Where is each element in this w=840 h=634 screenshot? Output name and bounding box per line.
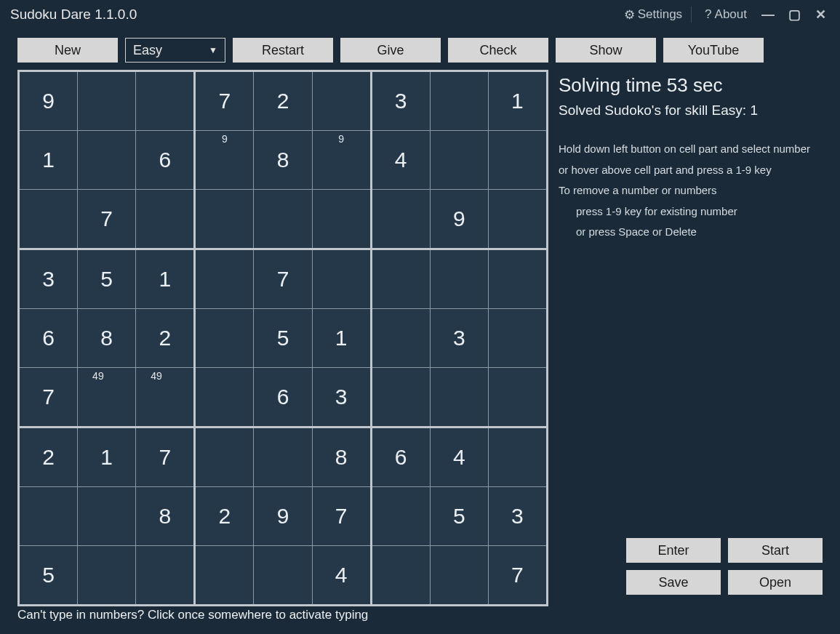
sudoku-cell[interactable] bbox=[313, 250, 370, 308]
sudoku-cell[interactable]: 7 bbox=[254, 250, 311, 308]
sudoku-cell[interactable]: 8 bbox=[254, 131, 311, 189]
sudoku-cell[interactable] bbox=[196, 368, 253, 426]
sudoku-cell[interactable]: 8 bbox=[313, 428, 370, 486]
sudoku-cell[interactable] bbox=[372, 487, 430, 545]
sudoku-cell[interactable] bbox=[489, 131, 546, 189]
youtube-button[interactable]: YouTube bbox=[663, 38, 764, 63]
sudoku-cell[interactable] bbox=[196, 428, 253, 486]
sudoku-cell[interactable] bbox=[372, 546, 430, 604]
sudoku-cell[interactable]: 9 bbox=[431, 190, 488, 248]
check-button[interactable]: Check bbox=[448, 38, 548, 63]
settings-button[interactable]: ⚙ Settings bbox=[620, 4, 687, 25]
sudoku-cell[interactable] bbox=[136, 190, 193, 248]
sudoku-cell[interactable] bbox=[372, 250, 430, 308]
cell-note: 9 bbox=[338, 134, 344, 144]
sudoku-cell[interactable] bbox=[372, 368, 430, 426]
sudoku-cell[interactable]: 5 bbox=[20, 546, 77, 604]
sudoku-cell[interactable]: 49 bbox=[136, 368, 193, 426]
sudoku-cell[interactable]: 2 bbox=[136, 309, 193, 367]
sudoku-cell[interactable] bbox=[78, 131, 135, 189]
sudoku-cell[interactable]: 7 bbox=[136, 428, 193, 486]
maximize-button[interactable]: ▢ bbox=[785, 7, 804, 23]
sudoku-cell[interactable]: 2 bbox=[254, 72, 311, 130]
sudoku-cell[interactable] bbox=[431, 72, 488, 130]
sudoku-cell[interactable]: 7 bbox=[313, 487, 370, 545]
sudoku-cell[interactable] bbox=[431, 368, 488, 426]
difficulty-select[interactable]: Easy ▼ bbox=[125, 38, 225, 63]
sudoku-cell[interactable]: 6 bbox=[20, 309, 77, 367]
sudoku-cell[interactable]: 1 bbox=[489, 72, 546, 130]
show-button[interactable]: Show bbox=[556, 38, 656, 63]
sudoku-cell[interactable]: 6 bbox=[372, 428, 430, 486]
sudoku-cell[interactable]: 7 bbox=[489, 546, 546, 604]
sudoku-cell[interactable] bbox=[489, 309, 546, 367]
sudoku-cell[interactable]: 1 bbox=[313, 309, 370, 367]
sudoku-cell[interactable]: 9 bbox=[20, 72, 77, 130]
sudoku-cell[interactable]: 3 bbox=[313, 368, 370, 426]
sudoku-cell[interactable] bbox=[196, 190, 253, 248]
sudoku-box: 35168274949 bbox=[20, 250, 193, 426]
sudoku-cell[interactable]: 7 bbox=[196, 72, 253, 130]
sudoku-cell[interactable]: 4 bbox=[313, 546, 370, 604]
sudoku-cell[interactable] bbox=[254, 546, 311, 604]
sudoku-cell[interactable]: 6 bbox=[254, 368, 311, 426]
sudoku-cell[interactable] bbox=[313, 72, 370, 130]
sudoku-cell[interactable]: 9 bbox=[313, 131, 370, 189]
about-button[interactable]: ? About bbox=[700, 4, 751, 25]
sudoku-cell[interactable] bbox=[78, 546, 135, 604]
sudoku-box: 72989 bbox=[196, 72, 369, 248]
sudoku-cell[interactable]: 6 bbox=[136, 131, 193, 189]
sudoku-cell[interactable] bbox=[136, 72, 193, 130]
sudoku-cell[interactable] bbox=[136, 546, 193, 604]
sudoku-cell[interactable]: 9 bbox=[196, 131, 253, 189]
sudoku-cell[interactable] bbox=[20, 487, 77, 545]
sudoku-cell[interactable]: 3 bbox=[20, 250, 77, 308]
sudoku-cell[interactable]: 5 bbox=[254, 309, 311, 367]
sudoku-cell[interactable] bbox=[489, 428, 546, 486]
sudoku-cell[interactable]: 5 bbox=[78, 250, 135, 308]
sudoku-cell[interactable] bbox=[254, 190, 311, 248]
save-button[interactable]: Save bbox=[626, 570, 721, 595]
sudoku-cell[interactable]: 2 bbox=[196, 487, 253, 545]
sudoku-cell[interactable] bbox=[431, 131, 488, 189]
sudoku-cell[interactable] bbox=[372, 190, 430, 248]
sudoku-cell[interactable]: 3 bbox=[431, 309, 488, 367]
sudoku-cell[interactable]: 8 bbox=[136, 487, 193, 545]
start-button[interactable]: Start bbox=[728, 538, 823, 563]
sudoku-cell[interactable] bbox=[196, 250, 253, 308]
sudoku-cell[interactable] bbox=[196, 546, 253, 604]
restart-button[interactable]: Restart bbox=[233, 38, 333, 63]
sudoku-cell[interactable] bbox=[254, 428, 311, 486]
new-button[interactable]: New bbox=[17, 38, 118, 63]
give-button[interactable]: Give bbox=[340, 38, 441, 63]
sudoku-cell[interactable] bbox=[431, 250, 488, 308]
minimize-button[interactable]: — bbox=[759, 7, 777, 23]
enter-button[interactable]: Enter bbox=[626, 538, 721, 563]
sudoku-cell[interactable] bbox=[313, 190, 370, 248]
sudoku-cell[interactable]: 7 bbox=[20, 368, 77, 426]
sudoku-cell[interactable]: 5 bbox=[431, 487, 488, 545]
sudoku-cell[interactable]: 2 bbox=[20, 428, 77, 486]
sudoku-cell[interactable] bbox=[372, 309, 430, 367]
sudoku-cell[interactable]: 9 bbox=[254, 487, 311, 545]
sudoku-cell[interactable] bbox=[431, 546, 488, 604]
close-button[interactable]: ✕ bbox=[811, 7, 830, 23]
sudoku-cell[interactable]: 3 bbox=[372, 72, 430, 130]
sudoku-cell[interactable]: 8 bbox=[78, 309, 135, 367]
sudoku-cell[interactable] bbox=[20, 190, 77, 248]
sudoku-cell[interactable] bbox=[196, 309, 253, 367]
sudoku-cell[interactable]: 1 bbox=[136, 250, 193, 308]
sudoku-cell[interactable]: 4 bbox=[431, 428, 488, 486]
open-button[interactable]: Open bbox=[728, 570, 823, 595]
sudoku-cell[interactable] bbox=[489, 250, 546, 308]
sudoku-cell[interactable]: 1 bbox=[20, 131, 77, 189]
sudoku-cell[interactable] bbox=[489, 190, 546, 248]
sudoku-cell[interactable]: 7 bbox=[78, 190, 135, 248]
sudoku-cell[interactable]: 3 bbox=[489, 487, 546, 545]
sudoku-cell[interactable]: 4 bbox=[372, 131, 430, 189]
sudoku-cell[interactable]: 1 bbox=[78, 428, 135, 486]
sudoku-cell[interactable] bbox=[489, 368, 546, 426]
sudoku-cell[interactable] bbox=[78, 72, 135, 130]
sudoku-cell[interactable] bbox=[78, 487, 135, 545]
sudoku-cell[interactable]: 49 bbox=[78, 368, 135, 426]
